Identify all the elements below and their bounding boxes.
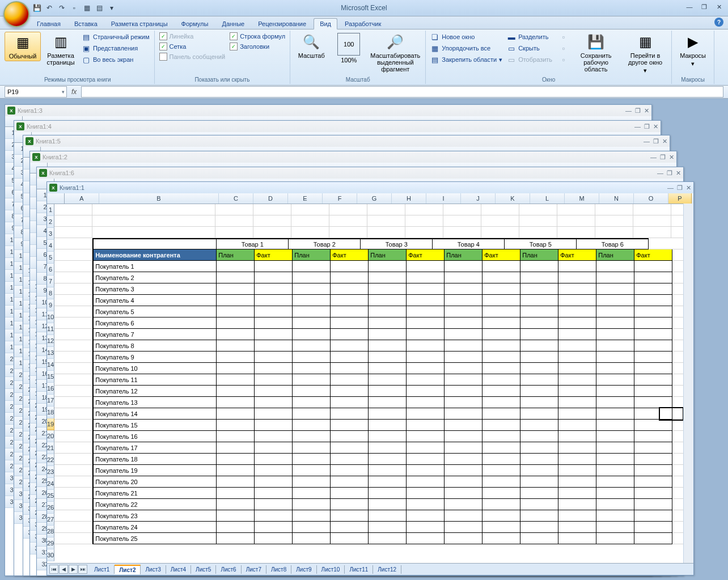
cell[interactable] [293,488,331,499]
column-header[interactable]: A [65,193,99,204]
row-header[interactable]: 15 [47,371,54,383]
cell[interactable] [293,442,331,454]
cell[interactable] [291,204,329,215]
cell[interactable] [217,374,255,386]
cell[interactable] [217,272,255,283]
cell[interactable] [407,283,445,295]
cell[interactable] [445,510,482,522]
minimize-button[interactable]: — [667,184,674,192]
cell[interactable] [634,363,672,374]
cell[interactable] [331,465,369,476]
cell[interactable] [215,227,253,238]
cell[interactable] [520,488,558,499]
office-button[interactable] [3,1,29,27]
cell[interactable] [596,420,634,431]
cell[interactable] [482,386,520,397]
cell[interactable] [634,295,672,306]
row-header[interactable]: 5 [47,252,54,264]
cell[interactable] [405,215,443,227]
cell[interactable] [520,272,558,283]
sheet-tab[interactable]: Лист6 [216,565,241,574]
cell[interactable] [482,510,520,522]
cell[interactable] [596,261,634,272]
cell[interactable] [482,499,520,510]
cell[interactable] [54,420,92,431]
close-button[interactable]: ✕ [686,184,691,192]
cell[interactable] [217,352,255,363]
cell[interactable] [520,465,558,476]
cell[interactable]: Покупатель 22 [92,499,217,510]
cell[interactable] [217,454,255,465]
cell[interactable] [634,476,672,488]
cell[interactable]: Покупатель 10 [92,363,217,374]
cell[interactable] [405,204,443,215]
cell[interactable] [331,408,369,420]
cell[interactable] [595,215,633,227]
macros-button[interactable]: ▶Макросы ▾ [675,32,710,69]
cell[interactable]: Покупатель 7 [92,329,217,340]
cell[interactable] [520,283,558,295]
cell[interactable] [367,215,405,227]
cell[interactable] [558,476,596,488]
cell[interactable] [255,442,293,454]
cell[interactable] [519,204,557,215]
cell[interactable] [482,374,520,386]
maximize-button[interactable]: ❐ [660,154,666,161]
cell[interactable] [445,329,482,340]
cell[interactable] [407,420,445,431]
ribbon-tab[interactable]: Разработчик [338,18,387,29]
cell[interactable] [407,476,445,488]
cell[interactable] [633,227,671,238]
cell[interactable] [293,499,331,510]
cell[interactable] [255,465,293,476]
normal-view-button[interactable]: ▦ Обычный [5,32,41,61]
cell[interactable] [445,352,482,363]
cell[interactable] [255,272,293,283]
cell[interactable] [634,420,672,431]
cell[interactable] [558,499,596,510]
cell[interactable] [443,227,481,238]
cell[interactable] [520,442,558,454]
cell[interactable] [482,397,520,408]
help-icon[interactable]: ? [714,18,723,27]
column-header[interactable]: C [219,193,253,204]
cell[interactable] [331,363,369,374]
maximize-button[interactable]: ❐ [653,138,659,145]
sheet-tab[interactable]: Лист11 [345,565,373,574]
freeze-panes-button[interactable]: ▤Закрепить области ▾ [429,54,503,65]
cell[interactable] [596,386,634,397]
switch-windows-button[interactable]: ▦Перейти в другое окно ▾ [623,32,668,75]
save-icon[interactable]: 💾 [32,3,42,13]
new-window-button[interactable]: ❏Новое окно [429,32,503,42]
cell[interactable] [520,386,558,397]
cell[interactable] [331,397,369,408]
cell[interactable] [255,295,293,306]
qat-icon[interactable]: ▦ [82,3,92,13]
cell[interactable] [331,386,369,397]
workbook-window[interactable]: XКнига1:1—❐✕ABCDEFGHIJKLMNOP123456789101… [46,181,694,575]
cell[interactable]: Факт [634,249,672,261]
cell[interactable] [557,215,595,227]
cell[interactable]: План [293,249,331,261]
cell[interactable] [54,238,92,249]
close-button[interactable]: ✕ [713,2,725,11]
cell[interactable] [293,352,331,363]
cell[interactable] [596,272,634,283]
arrange-all-button[interactable]: ▦Упорядочить все [429,43,503,53]
cell[interactable] [634,340,672,352]
cell[interactable] [255,386,293,397]
cell[interactable] [253,204,291,215]
cell[interactable]: Факт [558,249,596,261]
cell[interactable] [253,227,291,238]
cell[interactable] [558,352,596,363]
cell[interactable] [634,465,672,476]
cell[interactable] [407,306,445,317]
cell[interactable] [217,408,255,420]
zoom-100-button[interactable]: 100100% [331,32,366,65]
cell[interactable] [445,533,482,544]
cell[interactable] [649,238,687,249]
cell[interactable] [54,249,92,261]
cell[interactable] [255,363,293,374]
cell[interactable] [92,227,215,238]
cell[interactable] [445,272,482,283]
